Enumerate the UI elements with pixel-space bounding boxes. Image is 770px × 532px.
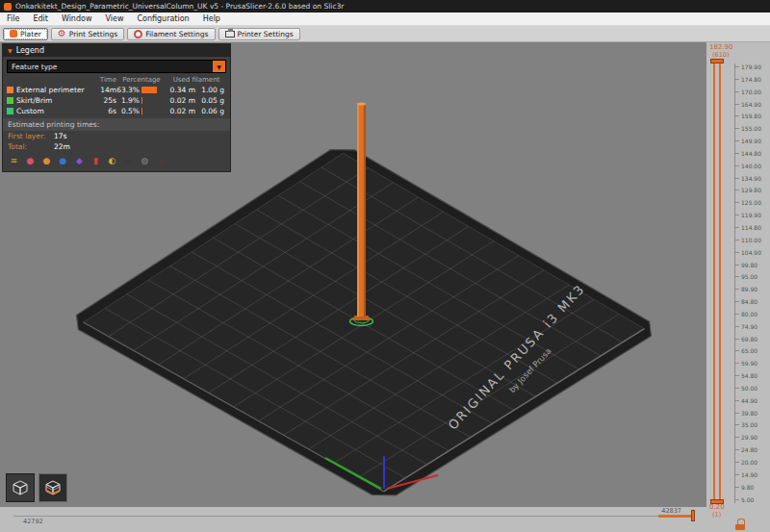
ruler-tick: 69.80 xyxy=(735,336,761,342)
menu-item-help[interactable]: Help xyxy=(196,13,227,26)
move-slider-colored-range xyxy=(658,515,691,518)
ruler-label: 89.90 xyxy=(741,286,757,292)
feature-percentage: 0.5% xyxy=(116,107,140,115)
feature-color-chip xyxy=(7,108,13,114)
legend-header[interactable]: ▼ Legend xyxy=(3,44,230,57)
menu-item-configuration[interactable]: Configuration xyxy=(130,13,195,26)
ruler-tick: 144.80 xyxy=(735,150,761,157)
estimated-times-header: Estimated printing times: xyxy=(3,118,230,131)
feature-table-header: Time Percentage Used filament xyxy=(7,75,226,85)
tick-mark-icon xyxy=(735,326,739,327)
tick-mark-icon xyxy=(735,388,739,389)
ruler-label: 14.90 xyxy=(741,471,757,478)
feature-table: Time Percentage Used filament External p… xyxy=(7,75,226,116)
ruler-label: 9.80 xyxy=(741,484,754,491)
feature-color-chip xyxy=(7,87,13,93)
ruler-tick: 110.00 xyxy=(735,237,761,243)
dropdown-button[interactable]: ▼ xyxy=(213,61,225,72)
tick-mark-icon xyxy=(735,265,739,266)
legend-icon[interactable]: ♨ xyxy=(155,155,167,167)
menu-item-edit[interactable]: Edit xyxy=(26,13,55,26)
ruler-tick: 99.80 xyxy=(735,262,761,268)
legend-row[interactable]: Skirt/Brim25s1.9%0.02 m0.05 g xyxy=(7,95,226,106)
tick-mark-icon xyxy=(735,227,739,228)
ruler-label: 125.00 xyxy=(741,199,761,206)
legend-row[interactable]: Custom6s0.5%0.02 m0.06 g xyxy=(7,106,226,116)
ruler-label: 159.80 xyxy=(741,113,761,119)
menu-bar: FileEditWindowViewConfigurationHelp xyxy=(0,13,770,26)
deretractions-icon[interactable]: ● xyxy=(40,155,53,167)
tick-mark-icon xyxy=(735,301,739,302)
tick-mark-icon xyxy=(735,104,739,105)
ruler-tick: 140.00 xyxy=(735,163,761,169)
move-slider-min-value: 42792 xyxy=(23,518,43,525)
ruler-tick: 104.90 xyxy=(735,249,761,256)
ruler-tick: 179.90 xyxy=(735,63,761,70)
ruler-label: 39.80 xyxy=(741,410,757,417)
first-layer-value: 17s xyxy=(54,132,66,140)
tool-changes-icon[interactable]: ◆ xyxy=(73,155,86,167)
ruler-label: 59.90 xyxy=(741,360,757,367)
ruler-tick: 174.80 xyxy=(735,76,761,83)
tick-mark-icon xyxy=(735,339,739,340)
ruler-label: 84.80 xyxy=(741,298,757,305)
ruler-label: 80.00 xyxy=(741,311,757,317)
tab-plater[interactable]: Plater xyxy=(3,28,48,40)
ruler-tick: 134.90 xyxy=(735,175,761,182)
seams-icon[interactable]: ● xyxy=(57,155,69,167)
tick-mark-icon xyxy=(735,449,739,450)
ruler-tick: 35.00 xyxy=(735,421,761,428)
ruler-label: 104.90 xyxy=(741,249,761,256)
ruler-tick: 65.00 xyxy=(735,347,761,354)
tab-bar: PlaterPrint SettingsFilament SettingsPri… xyxy=(0,26,770,42)
gear-icon xyxy=(58,29,66,38)
ruler-label: 179.90 xyxy=(741,63,761,70)
first-layer-row: First layer: 17s xyxy=(3,131,230,141)
ruler-tick: 39.80 xyxy=(735,410,761,417)
tab-filament-settings[interactable]: Filament Settings xyxy=(127,28,215,40)
viewport-3d[interactable]: ORIGINAL PRUSA i3 MK3 by Josef Prusa ▼ L xyxy=(0,42,706,507)
editor-view-button[interactable] xyxy=(6,473,35,502)
view-mode-buttons xyxy=(6,473,67,502)
total-label: Total: xyxy=(8,142,54,151)
move-slider-track[interactable] xyxy=(13,516,691,517)
feature-color-chip xyxy=(7,97,13,104)
shells-icon[interactable]: ◍ xyxy=(139,155,151,167)
tick-mark-icon xyxy=(735,437,739,438)
ruler-label: 174.80 xyxy=(741,76,761,83)
ruler-label: 20.00 xyxy=(741,459,757,466)
layer-slider-bottom-value: 0.20 xyxy=(709,503,725,511)
tab-printer-settings[interactable]: Printer Settings xyxy=(218,28,300,40)
tab-print-settings[interactable]: Print Settings xyxy=(51,28,124,40)
tick-mark-icon xyxy=(735,202,739,203)
travel-icon[interactable]: ≡ xyxy=(8,155,20,167)
tick-mark-icon xyxy=(735,165,739,166)
retractions-icon[interactable]: ● xyxy=(24,155,37,167)
menu-item-view[interactable]: View xyxy=(98,13,130,26)
ruler-label: 140.00 xyxy=(741,163,761,169)
tick-mark-icon xyxy=(735,66,739,67)
view-type-dropdown[interactable]: Feature type ▼ xyxy=(7,60,226,73)
ruler-tick: 5.00 xyxy=(735,496,761,503)
used-filament-meters: 0.02 m xyxy=(167,96,195,105)
layer-slider-track[interactable] xyxy=(713,63,721,499)
legend-row[interactable]: External perimeter14m63.3%0.34 m1.00 g xyxy=(7,85,226,95)
tick-mark-icon xyxy=(735,190,739,190)
ruler-label: 74.90 xyxy=(741,323,757,330)
menu-item-file[interactable]: File xyxy=(0,13,26,26)
tab-label: Printer Settings xyxy=(238,30,294,38)
preview-view-button[interactable] xyxy=(38,473,67,502)
menu-item-window[interactable]: Window xyxy=(55,13,99,26)
move-slider-handle[interactable] xyxy=(691,510,695,521)
layer-ruler: 179.90174.80170.00164.90159.80155.00149.… xyxy=(734,63,761,503)
tick-mark-icon xyxy=(735,487,739,488)
ruler-label: 164.90 xyxy=(741,101,761,108)
lock-icon[interactable] xyxy=(735,519,746,530)
ruler-label: 129.80 xyxy=(741,187,761,193)
layer-slider-area: 182.90 (610) 179.90174.80170.00164.90159… xyxy=(706,42,770,532)
feature-label: External perimeter xyxy=(16,86,91,94)
color-changes-icon[interactable]: ▮ xyxy=(90,155,102,167)
pause-prints-icon[interactable]: ◐ xyxy=(106,155,118,167)
custom-gcode-icon[interactable]: ◉ xyxy=(122,155,135,167)
used-filament-grams: 1.00 g xyxy=(195,86,224,94)
